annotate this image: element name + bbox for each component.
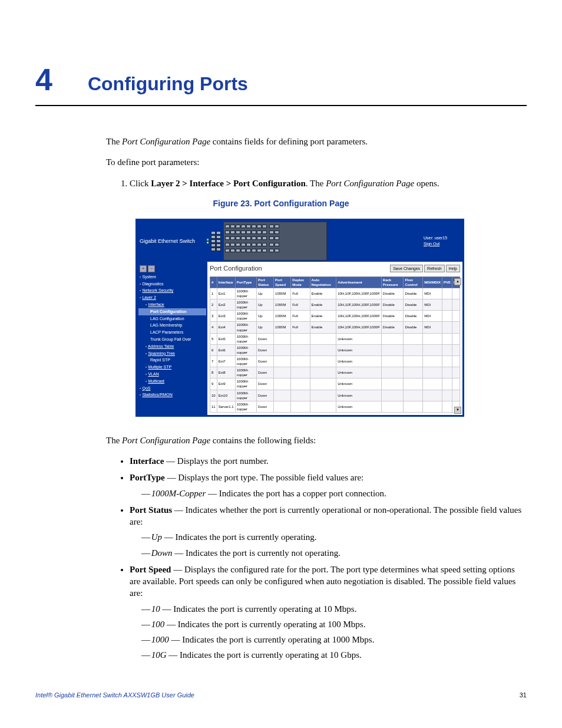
column-header: Advertisement [336, 276, 382, 288]
table-cell [452, 378, 459, 390]
table-cell [452, 367, 459, 378]
table-cell [404, 401, 423, 412]
table-cell [423, 344, 442, 355]
scroll-up-icon[interactable]: ▲ [454, 278, 461, 285]
table-cell [442, 288, 452, 299]
table-cell: Ext1 [217, 288, 235, 299]
table-cell [452, 299, 459, 311]
table-cell: 4 [210, 322, 217, 333]
column-header: MDI/MDIX [423, 276, 442, 288]
table-cell: 10H,10F,100H,100F,1000F [336, 311, 382, 322]
table-cell: Enable [310, 322, 336, 333]
field-name: Interface [130, 456, 164, 466]
nav-statistics-rmon[interactable]: ▫ Statistics/RMON [138, 391, 206, 398]
navigation-path: Layer 2 > Interface > Port Configuration [151, 179, 306, 188]
fields-intro: The Port Configuration Page contains the… [106, 434, 527, 446]
table-cell: 1000M-copper [235, 311, 256, 322]
nav-interface[interactable]: ▫ Interface [138, 301, 206, 308]
refresh-button[interactable]: Refresh [424, 265, 445, 272]
table-cell: Ext7 [217, 355, 235, 367]
intro-paragraph-1: The Port Configuration Page contains fie… [106, 136, 527, 147]
table-row[interactable]: 9Ext91000M-copperDownUnknown [210, 378, 460, 390]
table-cell: Disable [381, 288, 404, 299]
nav-lag-configuration[interactable]: LAG Configuration [138, 315, 206, 322]
field-desc: — Displays the configured rate for the p… [130, 565, 515, 598]
intro-paragraph-2: To define port parameters: [106, 156, 527, 168]
table-cell [274, 333, 291, 344]
table-cell [452, 390, 459, 401]
table-cell [442, 355, 452, 367]
table-row[interactable]: 6Ext61000M-copperDownUnknown [210, 344, 460, 355]
table-cell [274, 401, 291, 412]
table-cell [452, 322, 459, 333]
table-cell: MDI [423, 288, 442, 299]
table-cell: Down [256, 355, 273, 367]
tree-expand-collapse-icons[interactable]: +− [138, 264, 206, 274]
chapter-title: Configuring Ports [88, 71, 248, 97]
text: Click [130, 179, 151, 188]
table-cell: Ext2 [217, 299, 235, 311]
nav-multiple-stp[interactable]: ▫ Multiple STP [138, 364, 206, 371]
table-row[interactable]: 4Ext41000M-copperUp1000MFullEnable10H,10… [210, 322, 460, 333]
save-changes-button[interactable]: Save Changes [390, 265, 423, 272]
table-row[interactable]: 7Ext71000M-copperDownUnknown [210, 355, 460, 367]
nav-port-configuration[interactable]: Port Configuration [138, 308, 206, 315]
nav-system[interactable]: ▫ System [138, 274, 206, 281]
table-cell: 3 [210, 311, 217, 322]
table-cell [381, 367, 404, 378]
nav-lacp-parameters[interactable]: LACP Parameters [138, 329, 206, 336]
table-cell [452, 288, 459, 299]
nav-multicast[interactable]: ▫ Multicast [138, 378, 206, 385]
table-row[interactable]: 10Ext101000M-copperDownUnknown [210, 390, 460, 401]
table-cell: 6 [210, 344, 217, 355]
table-cell: Down [256, 390, 273, 401]
nav-address-table[interactable]: ▫ Address Table [138, 343, 206, 350]
table-cell [310, 390, 336, 401]
table-cell [442, 378, 452, 390]
table-cell: 1000M-copper [235, 288, 256, 299]
field-interface: Interface — Displays the port number. [130, 455, 527, 467]
table-cell: Unknown [336, 401, 382, 412]
nav-lag-membership[interactable]: LAG Membership [138, 322, 206, 329]
table-row[interactable]: 2Ext21000M-copperUp1000MFullEnable10H,10… [210, 299, 460, 311]
nav-spanning-tree[interactable]: ▫ Spanning Tree [138, 350, 206, 357]
table-cell: 1000M [274, 322, 291, 333]
field-port-status: Port Status — Indicates whether the port… [130, 504, 527, 559]
table-cell: Ext6 [217, 344, 235, 355]
collapse-all-icon[interactable]: − [148, 265, 155, 272]
nav-vlan[interactable]: ▫ VLAN [138, 371, 206, 378]
fields-list: Interface — Displays the port number. Po… [118, 455, 527, 661]
sign-out-link[interactable]: Sign Out [424, 242, 439, 246]
table-cell [423, 355, 442, 367]
field-value-1000m-copper: 1000M-Copper — Indicates the port has a … [141, 487, 527, 499]
nav-qos[interactable]: ▫ QoS [138, 385, 206, 392]
field-value-100: 100 — Indicates the port is currently op… [141, 618, 527, 630]
field-name: Port Speed [130, 565, 171, 574]
expand-all-icon[interactable]: + [140, 265, 147, 272]
text: The [106, 137, 122, 146]
table-cell [274, 390, 291, 401]
table-cell [291, 378, 310, 390]
nav-layer2[interactable]: ▫ Layer 2 [138, 294, 206, 301]
nav-trunk-failover[interactable]: Trunk Group Fail Over [138, 336, 206, 343]
port-config-table: #InterfacePortTypePort StatusPort SpeedD… [210, 276, 460, 413]
scroll-down-icon[interactable]: ▼ [454, 407, 461, 414]
table-row[interactable]: 8Ext81000M-copperDownUnknown [210, 367, 460, 378]
table-row[interactable]: 1Ext11000M-copperUp1000MFullEnable10H,10… [210, 288, 460, 299]
table-cell: 2 [210, 299, 217, 311]
field-value-1000: 1000 — Indicates the port is currently o… [141, 634, 527, 645]
table-cell [274, 355, 291, 367]
help-button[interactable]: Help [446, 265, 460, 272]
footer-guide-title: Intel® Gigabit Ethernet Switch AXXSW1GB … [35, 691, 194, 700]
table-row[interactable]: 5Ext51000M-copperDownUnknown [210, 333, 460, 344]
table-row[interactable]: 3Ext31000M-copperUp1000MFullEnable10H,10… [210, 311, 460, 322]
table-cell [310, 333, 336, 344]
page-footer: Intel® Gigabit Ethernet Switch AXXSW1GB … [35, 691, 527, 700]
nav-rapid-stp[interactable]: Rapid STP [138, 357, 206, 364]
table-cell: Enable [310, 288, 336, 299]
table-cell [452, 311, 459, 322]
nav-diagnostics[interactable]: ▫ Diagnostics [138, 281, 206, 288]
table-row[interactable]: 11Server1.11000M-copperDownUnknown [210, 401, 460, 412]
nav-network-security[interactable]: ▫ Network Security [138, 287, 206, 294]
table-cell: Server1.1 [217, 401, 235, 412]
